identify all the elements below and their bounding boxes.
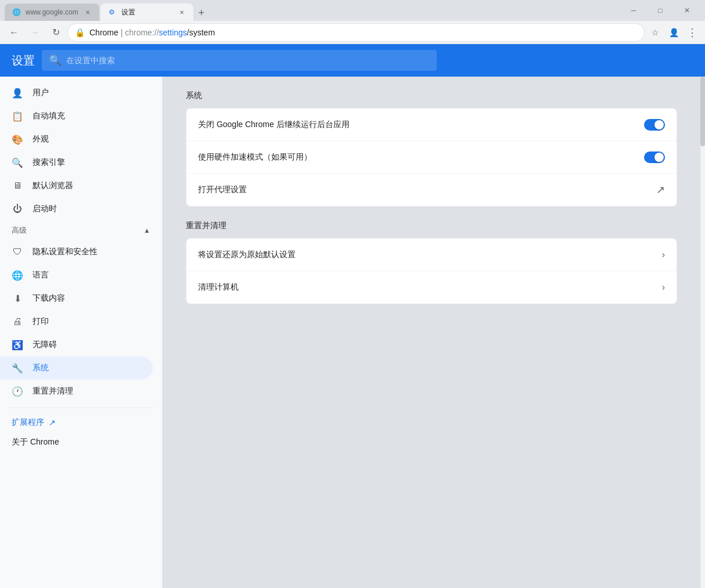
tab-google[interactable]: 🌐 www.google.com ✕	[5, 3, 99, 21]
sidebar-separator	[9, 407, 153, 408]
user-icon: 👤	[12, 88, 23, 99]
address-secure-icon: 🔒	[75, 28, 85, 37]
sidebar-item-downloads[interactable]: ⬇ 下载内容	[0, 287, 153, 310]
tab-google-favicon: 🌐	[12, 8, 21, 17]
background-run-row: 关闭 Google Chrome 后继续运行后台应用	[186, 109, 677, 141]
sidebar-item-search[interactable]: 🔍 搜索引擎	[0, 151, 153, 174]
browser-content: 设置 🔍 👤 用户 📋 自动填充 🎨 外观	[0, 44, 705, 588]
sidebar-label-appearance: 外观	[33, 134, 49, 145]
sidebar-item-appearance[interactable]: 🎨 外观	[0, 128, 153, 151]
accessibility-icon: ♿	[12, 340, 23, 351]
sidebar-item-accessibility[interactable]: ♿ 无障碍	[0, 333, 153, 356]
bookmark-button[interactable]: ☆	[647, 24, 663, 41]
reset-section-title: 重置并清理	[186, 221, 677, 231]
search-input[interactable]	[66, 56, 430, 65]
forward-button[interactable]: →	[26, 23, 44, 42]
proxy-external-icon[interactable]: ↗	[656, 183, 665, 196]
tab-settings-close[interactable]: ✕	[177, 8, 186, 17]
sidebar-item-system[interactable]: 🔧 系统	[0, 356, 153, 380]
sidebar-item-language[interactable]: 🌐 语言	[0, 264, 153, 287]
tab-settings-favicon: ⚙	[107, 8, 117, 17]
sidebar-label-accessibility: 无障碍	[33, 340, 57, 350]
browser-icon: 🖥	[12, 181, 23, 191]
reset-settings-card: 将设置还原为原始默认设置 › 清理计算机 ›	[186, 238, 677, 304]
hardware-acceleration-row: 使用硬件加速模式（如果可用）	[186, 141, 677, 174]
sidebar-label-autofill: 自动填充	[33, 111, 65, 121]
autofill-icon: 📋	[12, 111, 23, 122]
extensions-external-icon: ↗	[49, 418, 56, 427]
address-rest: /system	[187, 28, 215, 37]
browser-window: 🌐 www.google.com ✕ ⚙ 设置 ✕ + ─ □ ✕ ← → ↻ …	[0, 0, 705, 588]
minimize-button[interactable]: ─	[620, 1, 647, 20]
settings-content: 系统 关闭 Google Chrome 后继续运行后台应用 使用硬件加速模式（如…	[163, 77, 700, 588]
advanced-section-header[interactable]: 高级 ▲	[0, 221, 162, 240]
sidebar-item-default-browser[interactable]: 🖥 默认浏览器	[0, 174, 153, 197]
sidebar-item-privacy[interactable]: 🛡 隐私设置和安全性	[0, 240, 153, 264]
proxy-settings-row: 打开代理设置 ↗	[186, 174, 677, 206]
sidebar-label-downloads: 下载内容	[33, 293, 65, 304]
reload-button[interactable]: ↻	[46, 23, 65, 42]
advanced-section-label: 高级	[12, 225, 27, 236]
address-bar[interactable]: 🔒 Chrome | chrome://settings/system	[67, 23, 645, 42]
restore-defaults-label: 将设置还原为原始默认设置	[198, 250, 662, 260]
reset-icon: 🕐	[12, 386, 23, 397]
background-run-toggle[interactable]	[644, 119, 665, 131]
maximize-button[interactable]: □	[647, 1, 674, 20]
sidebar-item-about[interactable]: 关于 Chrome	[0, 432, 162, 452]
background-run-label: 关闭 Google Chrome 后继续运行后台应用	[198, 120, 644, 130]
language-icon: 🌐	[12, 270, 23, 281]
back-button[interactable]: ←	[5, 23, 23, 42]
sidebar-item-extensions[interactable]: 扩展程序 ↗	[0, 413, 162, 432]
tab-google-close[interactable]: ✕	[83, 8, 92, 17]
sidebar-item-autofill[interactable]: 📋 自动填充	[0, 104, 153, 128]
address-brand: Chrome	[89, 28, 118, 37]
tab-settings[interactable]: ⚙ 设置 ✕	[100, 3, 193, 21]
search-engine-icon: 🔍	[12, 157, 23, 168]
settings-main: 👤 用户 📋 自动填充 🎨 外观 🔍 搜索引擎 🖥 默认浏览器	[0, 77, 705, 588]
sidebar-item-print[interactable]: 🖨 打印	[0, 310, 153, 333]
downloads-icon: ⬇	[12, 293, 23, 304]
sidebar-item-startup[interactable]: ⏻ 启动时	[0, 197, 153, 221]
hardware-acceleration-toggle[interactable]	[644, 151, 665, 163]
sidebar-label-print: 打印	[33, 316, 49, 327]
sidebar-label-reset: 重置并清理	[33, 386, 73, 396]
scrollbar-thumb[interactable]	[700, 77, 705, 146]
tab-settings-title: 设置	[121, 8, 172, 17]
tab-google-title: www.google.com	[26, 8, 78, 16]
navigation-bar: ← → ↻ 🔒 Chrome | chrome://settings/syste…	[0, 21, 705, 44]
clean-computer-label: 清理计算机	[198, 282, 662, 293]
appearance-icon: 🎨	[12, 134, 23, 145]
proxy-settings-label: 打开代理设置	[198, 185, 656, 195]
settings-header-title: 设置	[12, 53, 35, 68]
advanced-chevron-icon: ▲	[143, 226, 150, 235]
clean-computer-row[interactable]: 清理计算机 ›	[186, 271, 677, 304]
system-icon: 🔧	[12, 363, 23, 374]
profile-button[interactable]: 👤	[666, 24, 682, 41]
address-path: settings	[159, 28, 187, 37]
tab-bar: 🌐 www.google.com ✕ ⚙ 设置 ✕ +	[5, 0, 620, 21]
sidebar-label-system: 系统	[33, 363, 49, 373]
new-tab-button[interactable]: +	[193, 5, 210, 21]
sidebar-label-startup: 启动时	[33, 204, 57, 214]
privacy-icon: 🛡	[12, 247, 23, 257]
sidebar-label-browser: 默认浏览器	[33, 181, 73, 191]
restore-defaults-chevron-icon: ›	[662, 250, 665, 260]
sidebar-item-reset[interactable]: 🕐 重置并清理	[0, 380, 153, 403]
restore-defaults-row[interactable]: 将设置还原为原始默认设置 ›	[186, 239, 677, 271]
clean-computer-chevron-icon: ›	[662, 282, 665, 293]
window-controls: ─ □ ✕	[620, 1, 700, 20]
startup-icon: ⏻	[12, 204, 23, 214]
settings-header: 设置 🔍	[0, 44, 705, 77]
search-box[interactable]: 🔍	[42, 50, 437, 71]
scrollbar-track	[700, 77, 705, 588]
sidebar-item-users[interactable]: 👤 用户	[0, 81, 153, 104]
search-icon: 🔍	[49, 54, 62, 67]
hardware-acceleration-label: 使用硬件加速模式（如果可用）	[198, 152, 644, 163]
sidebar-label-about: 关于 Chrome	[12, 437, 59, 448]
close-button[interactable]: ✕	[674, 1, 700, 20]
menu-button[interactable]: ⋮	[684, 24, 700, 41]
sidebar-label-search: 搜索引擎	[33, 157, 65, 168]
print-icon: 🖨	[12, 316, 23, 327]
sidebar: 👤 用户 📋 自动填充 🎨 外观 🔍 搜索引擎 🖥 默认浏览器	[0, 77, 163, 588]
sidebar-label-language: 语言	[33, 270, 49, 280]
